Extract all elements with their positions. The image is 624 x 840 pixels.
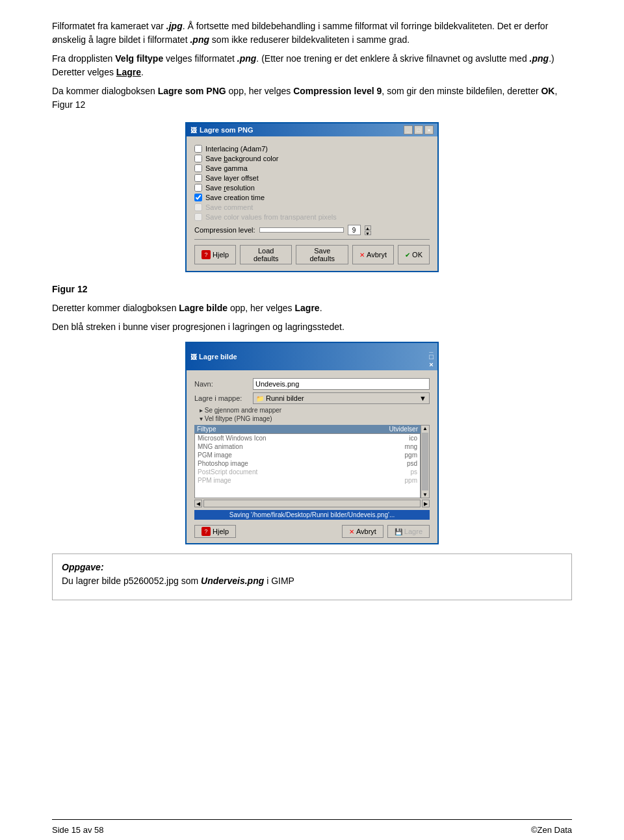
dialog2-maximize[interactable]: □: [429, 353, 434, 361]
filtype-toggle[interactable]: ▾ Vel filtype (PNG image): [200, 415, 430, 422]
dialog2-cancel-button[interactable]: ✕ Avbryt: [342, 525, 384, 538]
filetype-item-mng[interactable]: MNG animationmng: [195, 442, 420, 451]
checkbox-layer-offset: Save layer offset: [194, 174, 430, 182]
page-footer: Side 15 av 58 ©Zen Data: [52, 819, 572, 840]
vertical-scrollbar[interactable]: ▲ ▼: [421, 425, 430, 498]
save2-icon: 💾: [395, 528, 402, 535]
scroll-down[interactable]: ▼: [422, 492, 428, 498]
ok-button[interactable]: ✔ OK: [398, 245, 430, 264]
dialog2-titlebar: 🖼 Lagre bilde _ □ ×: [187, 343, 437, 370]
dialog1-body: Interlacing (Adam7) Save background colo…: [187, 136, 437, 271]
checkbox-comment: Save comment: [194, 203, 430, 211]
mappe-label: Lagre i mappe:: [194, 394, 253, 402]
dialog1-maximize[interactable]: □: [414, 125, 423, 134]
folder-icon: 📁: [256, 395, 264, 402]
dialog1-title: Lagre som PNG: [200, 126, 254, 134]
dialog2-icon: 🖼: [190, 353, 197, 361]
after-dialog1-p2: Den blå streken i bunne viser progresjon…: [52, 320, 572, 334]
progress-bar: Saving '/home/firak/Desktop/Runni bilder…: [194, 510, 430, 520]
scroll-left[interactable]: ◀: [194, 500, 202, 507]
dialog1-close[interactable]: ×: [424, 125, 434, 134]
dialog1-btn-row: ? Hjelp Load defaults Save defaults ✕ Av…: [194, 245, 430, 264]
ok-icon: ✔: [405, 251, 410, 259]
compression-label: Compression level:: [194, 226, 255, 234]
dialog2-save-button[interactable]: 💾 Lagre: [387, 525, 430, 538]
dialog2-help-button[interactable]: ? Hjelp: [194, 525, 236, 538]
dialog-lagre-bilde: 🖼 Lagre bilde _ □ × Navn: Lagre i mappe:: [185, 342, 439, 544]
page-container: Filformatet fra kameraet var .jpg. Å for…: [0, 0, 624, 840]
mappe-select[interactable]: 📁 Runni bilder ▼: [253, 392, 430, 404]
help-icon: ?: [202, 250, 211, 259]
dialog1-titlebar: 🖼 Lagre som PNG _ □ ×: [187, 123, 437, 136]
checkbox-resolution-input[interactable]: [194, 184, 202, 192]
dialog1-icon: 🖼: [190, 127, 197, 134]
filetype-item-psd[interactable]: Photoshop imagepsd: [195, 459, 420, 468]
dialog2-minimize[interactable]: _: [429, 345, 434, 353]
filetype-item-ico[interactable]: Microsoft Windows Iconico: [195, 434, 420, 442]
navn-label: Navn:: [194, 380, 253, 388]
content-area: Filformatet fra kameraet var .jpg. Å for…: [52, 13, 572, 813]
navn-row: Navn:: [194, 378, 430, 390]
dialog2-body: Navn: Lagre i mappe: 📁 Runni bilder ▼: [187, 370, 437, 543]
save-defaults-button[interactable]: Save defaults: [296, 245, 348, 264]
filetype-list: Microsoft Windows Iconico MNG animationm…: [194, 433, 421, 498]
intro-p2: Fra dropplisten Velg filtype velges filf…: [52, 52, 572, 79]
filetype-item-ppm[interactable]: PPM imageppm: [195, 476, 420, 485]
compression-up[interactable]: ▲: [365, 225, 371, 230]
checkbox-creation-time-input[interactable]: [194, 194, 202, 201]
checkbox-interlacing-input[interactable]: [194, 145, 202, 153]
help-button[interactable]: ? Hjelp: [194, 245, 236, 264]
copyright: ©Zen Data: [531, 825, 572, 835]
dialog2-close[interactable]: ×: [429, 361, 434, 368]
filetype-table: Filtype Utvidelser Microsoft Windows Ico…: [194, 425, 421, 498]
filetype-header: Filtype Utvidelser: [194, 425, 421, 433]
cancel-button[interactable]: ✕ Avbryt: [352, 245, 394, 264]
compression-value-box: 9: [348, 225, 361, 235]
dialog2-btn-row: ? Hjelp ✕ Avbryt 💾 Lagre: [194, 525, 430, 538]
dialog2-title-left: 🖼 Lagre bilde: [190, 353, 237, 361]
checkbox-layer-offset-input[interactable]: [194, 174, 202, 182]
dialog2-title: Lagre bilde: [199, 353, 237, 361]
dialog2-winbtns: _ □ ×: [429, 345, 434, 368]
mappe-row: Lagre i mappe: 📁 Runni bilder ▼: [194, 392, 430, 404]
checkbox-background-input[interactable]: [194, 155, 202, 162]
dialog1-minimize[interactable]: _: [404, 125, 413, 134]
checkbox-background: Save background color: [194, 155, 430, 162]
checkbox-gamma: Save gamma: [194, 164, 430, 172]
after-dialog1-p1: Deretter kommer dialogboksen Lagre bilde…: [52, 301, 572, 315]
checkbox-gamma-input[interactable]: [194, 164, 202, 172]
navn-input[interactable]: [253, 378, 430, 390]
checkbox-color-values-input[interactable]: [194, 213, 202, 221]
dialog2-right-btns: ✕ Avbryt 💾 Lagre: [342, 525, 430, 538]
intro-p3: Da kommer dialogboksen Lagre som PNG opp…: [52, 84, 572, 112]
dialog1-winbtns: _ □ ×: [404, 125, 434, 134]
cancel2-icon: ✕: [349, 528, 354, 535]
help2-icon: ?: [202, 527, 211, 536]
expand-link[interactable]: ▸ Se gjennom andre mapper: [200, 407, 430, 414]
filetype-item-pgm[interactable]: PGM imagepgm: [195, 451, 420, 459]
checkbox-creation-time: Save creation time: [194, 194, 430, 201]
checkbox-color-values: Save color values from transparent pixel…: [194, 213, 430, 221]
dialog-lagre-som-png: 🖼 Lagre som PNG _ □ × Interlacing (Adam7…: [185, 122, 439, 272]
compression-row: Compression level: 9 ▲ ▼: [194, 225, 430, 235]
filetype-with-scroll: Filtype Utvidelser Microsoft Windows Ico…: [194, 425, 430, 498]
compression-down[interactable]: ▼: [365, 231, 371, 235]
cancel-icon: ✕: [359, 251, 365, 259]
compression-slider[interactable]: [259, 227, 344, 233]
checkbox-interlacing: Interlacing (Adam7): [194, 145, 430, 153]
scroll-thumb: [422, 433, 428, 490]
horizontal-scrollbar[interactable]: [203, 500, 421, 507]
dialog1-title-left: 🖼 Lagre som PNG: [190, 126, 254, 134]
bottom-scroll: ◀ ▶: [194, 500, 430, 507]
scroll-up[interactable]: ▲: [422, 426, 428, 431]
filetype-section: Filtype Utvidelser Microsoft Windows Ico…: [194, 425, 430, 507]
scroll-right[interactable]: ▶: [422, 500, 430, 507]
figur12-label: Figur 12: [52, 283, 572, 296]
compression-stepper[interactable]: ▲ ▼: [365, 225, 371, 235]
checkbox-comment-input[interactable]: [194, 203, 202, 211]
load-defaults-button[interactable]: Load defaults: [240, 245, 292, 264]
dropdown-arrow: ▼: [419, 394, 426, 402]
filetype-item-ps[interactable]: PostScript documentps: [195, 468, 420, 476]
intro-p1: Filformatet fra kameraet var .jpg. Å for…: [52, 19, 572, 47]
opgave-box: Oppgave: Du lagrer bilde p5260052.jpg so…: [52, 554, 572, 600]
